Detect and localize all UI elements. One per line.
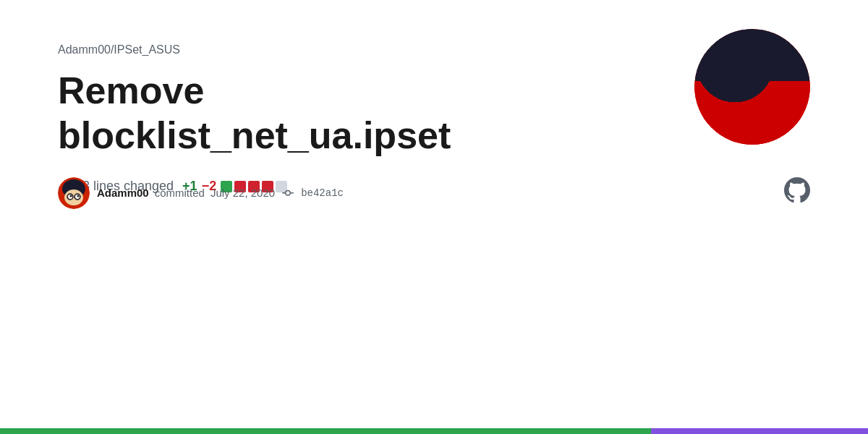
commit-action: committed	[155, 187, 205, 199]
svg-point-11	[761, 91, 768, 98]
commit-meta: Adamm00 committed July 22, 2020 be42a1c	[58, 177, 344, 209]
svg-point-21	[77, 195, 80, 197]
svg-rect-12	[746, 122, 758, 140]
hero-avatar	[694, 29, 810, 145]
commit-hash-icon	[282, 187, 294, 199]
author-avatar	[58, 177, 90, 209]
github-icon	[784, 177, 810, 206]
svg-rect-4	[781, 69, 792, 105]
commit-title: Remove blocklist_net_ua.ipset	[58, 68, 564, 158]
bottom-bar-purple	[651, 428, 868, 434]
bottom-bar-green	[0, 428, 651, 434]
svg-point-8	[736, 90, 747, 101]
svg-point-2	[722, 70, 783, 125]
svg-point-0	[694, 29, 810, 145]
author-name: Adamm00	[97, 187, 149, 199]
bottom-bar	[0, 428, 868, 434]
svg-rect-3	[712, 69, 723, 105]
commit-hash: be42a1c	[301, 187, 344, 199]
svg-point-5	[731, 85, 752, 106]
svg-point-9	[757, 90, 769, 101]
meta-text-row: Adamm00 committed July 22, 2020 be42a1c	[97, 187, 344, 199]
commit-date: July 22, 2020	[210, 187, 275, 199]
svg-point-1	[712, 33, 792, 98]
svg-point-6	[753, 85, 773, 106]
svg-point-10	[739, 91, 746, 98]
svg-point-20	[70, 195, 72, 197]
